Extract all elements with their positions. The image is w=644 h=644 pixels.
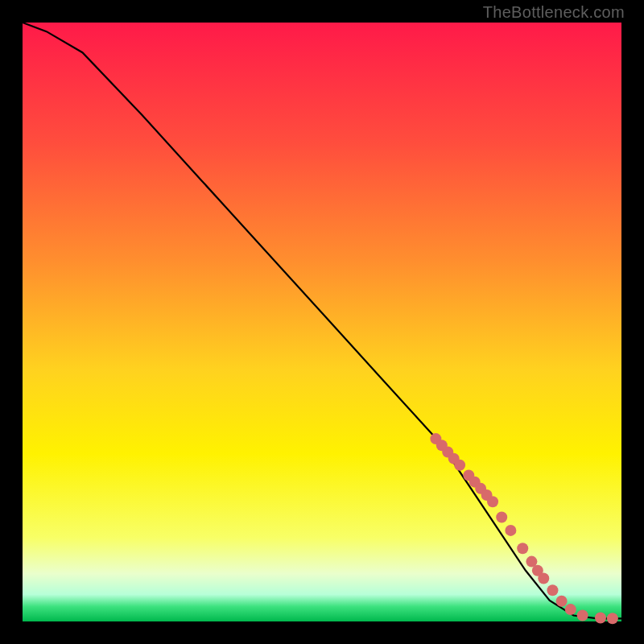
data-marker xyxy=(577,610,588,621)
attribution-text: TheBottleneck.com xyxy=(483,3,625,22)
data-marker xyxy=(487,496,498,507)
data-marker xyxy=(454,460,465,471)
chart-stage: { "attribution": "TheBottleneck.com", "p… xyxy=(0,0,644,644)
data-marker xyxy=(565,604,576,615)
chart-svg xyxy=(0,0,644,644)
data-marker xyxy=(556,596,568,607)
data-marker xyxy=(607,613,618,624)
data-marker xyxy=(538,572,549,584)
data-marker xyxy=(595,613,606,624)
data-marker xyxy=(517,543,528,554)
data-marker xyxy=(547,584,558,596)
plot-background xyxy=(23,23,621,621)
data-marker xyxy=(505,525,516,536)
data-marker xyxy=(496,512,507,523)
